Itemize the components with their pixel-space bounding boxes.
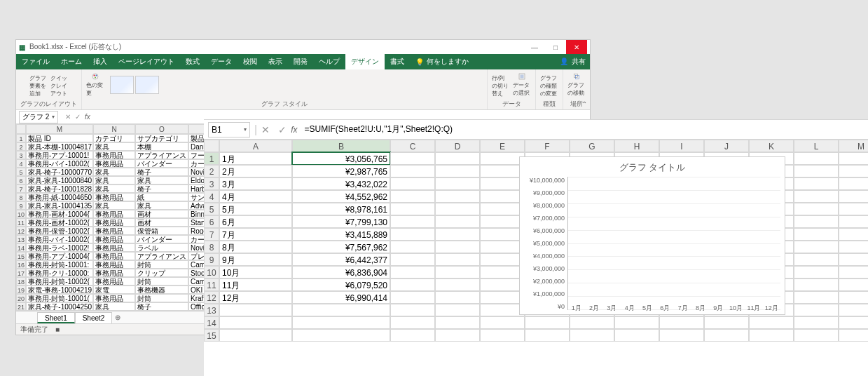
ribbon-tab[interactable]: 表示 [263,54,288,69]
cell[interactable] [839,152,868,165]
cell[interactable]: 2月 [219,165,292,177]
ribbon-tab[interactable]: デザイン [345,54,385,69]
row-header[interactable]: 9 [204,253,219,266]
cell[interactable] [390,291,435,304]
cell[interactable] [435,316,480,329]
cell[interactable] [435,329,480,342]
cell[interactable]: 家具 [135,201,188,210]
row-header[interactable]: 8 [16,193,26,201]
cell[interactable]: 事務用-バイ-10002( [26,235,93,243]
cell[interactable] [839,165,868,177]
row-header[interactable]: 8 [204,241,219,253]
column-header[interactable]: M [26,124,93,134]
cell[interactable] [794,316,839,329]
cell[interactable] [794,228,839,241]
cell[interactable]: 3月 [219,177,292,190]
cell[interactable]: 1月 [219,152,292,165]
column-header[interactable]: B [292,140,390,152]
cell[interactable]: 製品 ID [26,134,93,142]
cell[interactable]: 家電 [93,286,135,294]
cell[interactable] [435,253,480,266]
cell[interactable]: 事務用-バイ-10002( [26,159,93,168]
row-header[interactable]: 11 [204,278,219,291]
column-header[interactable]: C [390,140,435,152]
cell[interactable] [480,304,525,316]
row-header[interactable]: 7 [16,184,26,193]
row-header[interactable]: 4 [204,190,219,203]
cell[interactable] [480,241,525,253]
cell[interactable] [794,253,839,266]
cell[interactable] [839,253,868,266]
cell[interactable]: 事務用-紙-10004650 [26,193,93,201]
row-header[interactable]: 7 [204,228,219,241]
cell[interactable]: 家具-家具-10004135 [26,201,93,210]
row-header[interactable]: 11 [16,218,26,227]
row-header[interactable]: 5 [204,203,219,215]
cell[interactable] [794,190,839,203]
cell[interactable] [435,190,480,203]
select-all-corner[interactable] [16,124,26,134]
cell[interactable] [435,278,480,291]
add-chart-element-button[interactable]: グラフ要素を追加 [29,73,48,97]
cell[interactable] [390,165,435,177]
cancel-formula-icon[interactable]: ✕ [261,124,270,135]
cell[interactable]: 事務用-保管-10002{ [26,227,93,235]
cell[interactable] [839,304,868,316]
column-header[interactable]: D [435,140,480,152]
row-header[interactable]: 6 [16,176,26,184]
cell[interactable]: 6月 [219,215,292,228]
ribbon-tab[interactable]: 数式 [180,54,205,69]
cell[interactable]: 事務用-画材-10004{ [26,210,93,218]
cell[interactable] [480,329,525,342]
cell[interactable] [794,329,839,342]
column-header[interactable]: I [659,140,704,152]
ribbon-tab[interactable]: ヘルプ [313,54,345,69]
cell[interactable] [390,190,435,203]
row-header[interactable]: 1 [204,152,219,165]
enter-formula-icon[interactable]: ✓ [278,124,287,135]
cell[interactable] [292,304,390,316]
row-header[interactable]: 16 [16,260,26,269]
ribbon-tab[interactable]: 校閲 [237,54,263,69]
cell[interactable]: 家具 [93,176,135,184]
change-chart-type-button[interactable]: グラフの種類の変更 [540,73,558,97]
cell[interactable]: 事務用品 [93,151,135,159]
cell[interactable]: 本棚 [135,142,188,151]
cell[interactable]: 封筒 [135,294,188,302]
cell[interactable] [435,266,480,278]
collapse-ribbon-button[interactable]: ⌃ [581,100,587,108]
cell[interactable] [794,177,839,190]
row-header[interactable]: 5 [16,168,26,176]
cell[interactable] [390,177,435,190]
cell[interactable] [390,203,435,215]
cell[interactable] [749,316,794,329]
cell[interactable] [480,316,525,329]
column-header[interactable]: K [749,140,794,152]
cell[interactable]: 家具 [135,176,188,184]
cell[interactable] [839,228,868,241]
cell[interactable] [794,304,839,316]
cell[interactable]: 事務用-アプ-10004{ [26,252,93,260]
cell[interactable]: 事務用-封筒-10001: [26,260,93,269]
chart-style-gallery[interactable] [110,76,159,94]
cell[interactable] [839,215,868,228]
cell[interactable]: 家具 [93,201,135,210]
cell[interactable]: 5月 [219,203,292,215]
column-header[interactable]: O [135,124,188,134]
cell[interactable]: 家具-本棚-10004817 [26,142,93,151]
chart-plot-area[interactable]: ¥10,000,000¥9,000,000¥8,000,000¥7,000,00… [524,177,780,310]
change-colors-button[interactable]: 色の変更 [86,73,104,97]
cell[interactable]: 事務用品 [93,260,135,269]
column-header[interactable]: G [570,140,614,152]
name-box[interactable]: B1▾ [208,122,250,137]
cell[interactable]: 封筒 [135,277,188,286]
enter-formula-icon[interactable]: ✓ [75,113,81,121]
cell[interactable] [839,190,868,203]
cell[interactable]: 家具-家具-10000840 [26,176,93,184]
row-header[interactable]: 13 [204,304,219,316]
ribbon-tab[interactable]: ファイル [16,54,55,69]
cell[interactable]: 事務機器 [135,286,188,294]
cell[interactable]: ¥6,990,414 [292,291,390,304]
cell[interactable]: ¥6,836,904 [292,266,390,278]
cell[interactable] [435,152,480,165]
